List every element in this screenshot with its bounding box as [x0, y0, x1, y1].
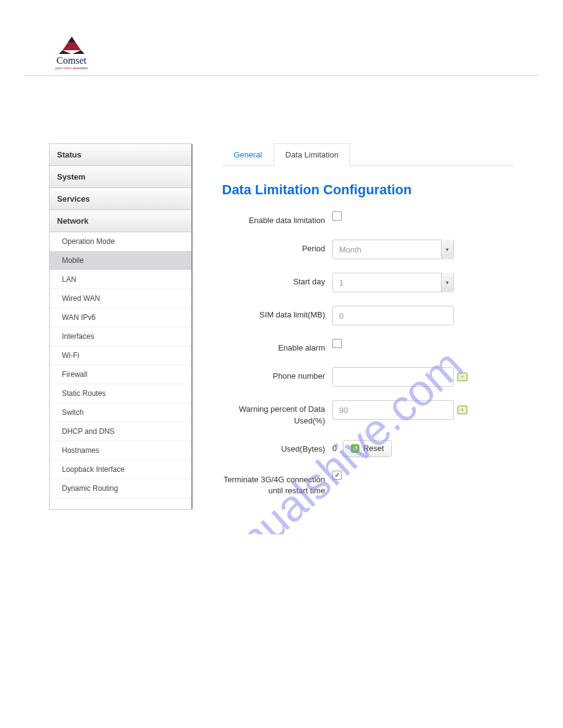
tab-general[interactable]: General [222, 143, 274, 166]
select-period[interactable]: Month ▾ [332, 240, 454, 259]
reset-icon: ↺ [351, 444, 359, 453]
input-phone-number[interactable] [332, 367, 454, 387]
input-warning-percent[interactable] [332, 400, 454, 420]
label-warning-percent: Warning percent of Data Used(%) [222, 400, 332, 426]
sidebar-item-wan-ipv6[interactable]: WAN IPv6 [50, 308, 191, 327]
main-content: General Data Limitation Data Limitation … [191, 143, 514, 510]
sidebar-item-static-routes[interactable]: Static Routes [50, 384, 191, 403]
page-header: Comset your m2m specialist [25, 37, 538, 76]
add-icon[interactable]: + [458, 373, 467, 381]
input-sim-data-limit[interactable] [332, 306, 454, 325]
value-used-bytes: 0 [332, 444, 339, 453]
brand-logo: Comset your m2m specialist [55, 37, 88, 70]
sidebar-item-operation-mode[interactable]: Operation Mode [50, 232, 191, 251]
sidebar: Status System Services Network Operation… [49, 143, 191, 510]
sidebar-group-system[interactable]: System [50, 166, 191, 188]
sidebar-item-hostnames[interactable]: Hostnames [50, 441, 191, 460]
checkbox-terminate-connection[interactable] [332, 471, 342, 480]
select-start-day-value: 1 [333, 278, 441, 287]
tab-data-limitation[interactable]: Data Limitation [274, 143, 350, 166]
label-terminate-connection: Terminate 3G/4G connection until restart… [222, 471, 332, 496]
label-used-bytes: Used(Bytes) [222, 440, 332, 455]
checkbox-enable-data-limitation[interactable] [332, 211, 342, 221]
select-period-value: Month [333, 245, 441, 254]
label-enable-alarm: Enable alarm [222, 339, 332, 354]
svg-marker-1 [68, 37, 75, 42]
sidebar-item-firewall[interactable]: Firewall [50, 365, 191, 384]
chevron-down-icon: ▾ [441, 240, 453, 259]
tab-bar: General Data Limitation [222, 143, 514, 166]
reset-button[interactable]: ↺ Reset [343, 440, 392, 457]
sidebar-item-interfaces[interactable]: Interfaces [50, 327, 191, 346]
sidebar-item-dhcp-dns[interactable]: DHCP and DNS [50, 422, 191, 441]
page-title: Data Limitation Configuration [222, 182, 514, 198]
label-sim-data-limit: SIM data limit(MB) [222, 306, 332, 320]
sidebar-item-switch[interactable]: Switch [50, 403, 191, 422]
label-start-day: Start day [222, 273, 332, 287]
sidebar-item-wired-wan[interactable]: Wired WAN [50, 289, 191, 308]
label-enable-data-limitation: Enable data limitation [222, 211, 332, 226]
sidebar-item-wifi[interactable]: Wi-Fi [50, 346, 191, 365]
select-start-day[interactable]: 1 ▾ [332, 273, 454, 292]
reset-button-label: Reset [363, 444, 384, 453]
brand-tagline: your m2m specialist [55, 66, 88, 70]
sidebar-item-loopback[interactable]: Loopback Interface [50, 460, 191, 479]
sidebar-group-services[interactable]: Services [50, 188, 191, 210]
logo-icon [59, 37, 85, 54]
checkbox-enable-alarm[interactable] [332, 339, 342, 348]
sidebar-item-mobile[interactable]: Mobile [50, 251, 191, 270]
label-period: Period [222, 240, 332, 254]
svg-marker-3 [72, 50, 85, 54]
sidebar-item-lan[interactable]: LAN [50, 270, 191, 289]
sidebar-item-dynamic-routing[interactable]: Dynamic Routing [50, 479, 191, 498]
brand-name: Comset [55, 55, 88, 66]
sidebar-group-status[interactable]: Status [50, 144, 191, 166]
add-icon[interactable]: + [458, 406, 467, 414]
sidebar-group-network[interactable]: Network [50, 210, 191, 232]
chevron-down-icon: ▾ [441, 273, 453, 292]
svg-marker-2 [59, 50, 71, 54]
label-phone-number: Phone number [222, 367, 332, 382]
app-body: Status System Services Network Operation… [49, 143, 514, 510]
